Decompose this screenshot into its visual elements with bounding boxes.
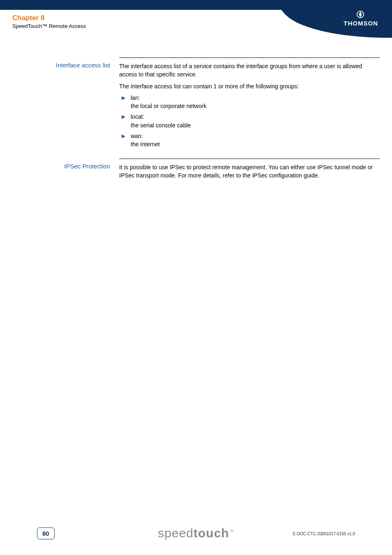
triangle-bullet-icon: ▶ [119, 113, 131, 129]
group-desc: the local or corporate network [131, 103, 206, 109]
section-paragraph: The interface access list of a service c… [119, 62, 380, 79]
list-item-text: local: the serial console cable [131, 113, 380, 129]
page-number: 80 [37, 527, 55, 539]
group-desc: the serial console cable [131, 122, 191, 129]
logo-tm: ™ [229, 529, 234, 534]
main-content: Interface access list The interface acce… [12, 58, 380, 190]
thomson-logo-icon [357, 11, 364, 18]
section-body: The interface access list of a service c… [119, 58, 380, 151]
chapter-title: Chapter 8 [12, 14, 86, 22]
list-item: ▶ lan: the local or corporate network [119, 94, 380, 111]
triangle-bullet-icon: ▶ [119, 94, 131, 111]
section-body: It is possible to use IPSec to protect r… [119, 159, 380, 183]
group-name: local: [131, 113, 144, 120]
list-item: ▶ local: the serial console cable [119, 113, 380, 129]
chapter-subtitle: SpeedTouch™ Remote Access [12, 23, 86, 29]
brand-name: THOMSON [344, 20, 378, 27]
logo-part-bold: touch [194, 526, 229, 540]
triangle-bullet-icon: ▶ [119, 132, 131, 149]
list-item-text: lan: the local or corporate network [131, 94, 380, 111]
section-heading: IPSec Protection [12, 159, 119, 183]
page-footer: 80 speedtouch™ E-DOC-CTC-20051017-0155 v… [0, 519, 392, 543]
list-item: ▶ wan: the Internet [119, 132, 380, 149]
group-desc: the Internet [131, 141, 160, 147]
section-heading: Interface access list [12, 58, 119, 151]
section-ipsec-protection: IPSec Protection It is possible to use I… [12, 159, 380, 183]
section-interface-access-list: Interface access list The interface acce… [12, 58, 380, 151]
section-paragraph: It is possible to use IPSec to protect r… [119, 163, 380, 180]
page-header: Chapter 8 SpeedTouch™ Remote Access [12, 14, 86, 29]
logo-part-light: speed [158, 526, 194, 540]
speedtouch-logo: speedtouch™ [158, 526, 234, 540]
brand-badge: THOMSON [252, 0, 392, 38]
group-name: wan: [131, 133, 143, 139]
list-item-text: wan: the Internet [131, 132, 380, 149]
section-paragraph: The interface access list can contain 1 … [119, 82, 380, 90]
group-name: lan: [131, 94, 140, 101]
group-list: ▶ lan: the local or corporate network ▶ … [119, 94, 380, 149]
document-id: E-DOC-CTC-20051017-0155 v1.0 [293, 532, 355, 536]
